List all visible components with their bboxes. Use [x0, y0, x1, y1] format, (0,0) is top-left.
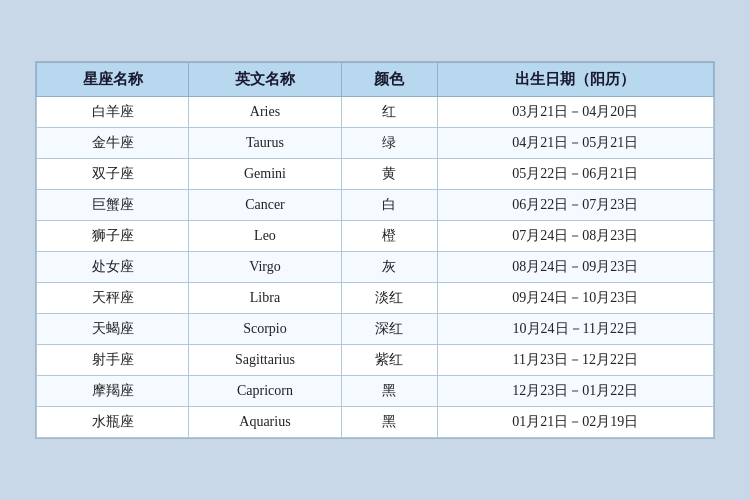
- cell-english: Leo: [189, 221, 341, 252]
- cell-color: 橙: [341, 221, 437, 252]
- table-row: 天秤座Libra淡红09月24日－10月23日: [37, 283, 714, 314]
- table-row: 摩羯座Capricorn黑12月23日－01月22日: [37, 376, 714, 407]
- table-header-row: 星座名称 英文名称 颜色 出生日期（阳历）: [37, 63, 714, 97]
- cell-chinese: 白羊座: [37, 97, 189, 128]
- col-header-english: 英文名称: [189, 63, 341, 97]
- cell-dates: 11月23日－12月22日: [437, 345, 713, 376]
- cell-english: Libra: [189, 283, 341, 314]
- cell-color: 绿: [341, 128, 437, 159]
- cell-english: Sagittarius: [189, 345, 341, 376]
- table-row: 狮子座Leo橙07月24日－08月23日: [37, 221, 714, 252]
- table-row: 射手座Sagittarius紫红11月23日－12月22日: [37, 345, 714, 376]
- cell-english: Virgo: [189, 252, 341, 283]
- cell-color: 黑: [341, 407, 437, 438]
- cell-color: 淡红: [341, 283, 437, 314]
- cell-english: Scorpio: [189, 314, 341, 345]
- table-row: 金牛座Taurus绿04月21日－05月21日: [37, 128, 714, 159]
- cell-dates: 03月21日－04月20日: [437, 97, 713, 128]
- col-header-chinese: 星座名称: [37, 63, 189, 97]
- table-row: 双子座Gemini黄05月22日－06月21日: [37, 159, 714, 190]
- cell-color: 灰: [341, 252, 437, 283]
- cell-chinese: 射手座: [37, 345, 189, 376]
- zodiac-table: 星座名称 英文名称 颜色 出生日期（阳历） 白羊座Aries红03月21日－04…: [36, 62, 714, 438]
- table-row: 水瓶座Aquarius黑01月21日－02月19日: [37, 407, 714, 438]
- cell-color: 白: [341, 190, 437, 221]
- table-row: 天蝎座Scorpio深红10月24日－11月22日: [37, 314, 714, 345]
- cell-color: 黑: [341, 376, 437, 407]
- cell-english: Aquarius: [189, 407, 341, 438]
- table-row: 处女座Virgo灰08月24日－09月23日: [37, 252, 714, 283]
- cell-chinese: 双子座: [37, 159, 189, 190]
- table-row: 白羊座Aries红03月21日－04月20日: [37, 97, 714, 128]
- cell-dates: 01月21日－02月19日: [437, 407, 713, 438]
- col-header-color: 颜色: [341, 63, 437, 97]
- cell-chinese: 狮子座: [37, 221, 189, 252]
- cell-english: Capricorn: [189, 376, 341, 407]
- cell-english: Gemini: [189, 159, 341, 190]
- table-row: 巨蟹座Cancer白06月22日－07月23日: [37, 190, 714, 221]
- cell-color: 深红: [341, 314, 437, 345]
- cell-color: 黄: [341, 159, 437, 190]
- cell-chinese: 天蝎座: [37, 314, 189, 345]
- cell-dates: 06月22日－07月23日: [437, 190, 713, 221]
- cell-dates: 09月24日－10月23日: [437, 283, 713, 314]
- cell-dates: 04月21日－05月21日: [437, 128, 713, 159]
- cell-dates: 08月24日－09月23日: [437, 252, 713, 283]
- cell-chinese: 巨蟹座: [37, 190, 189, 221]
- cell-chinese: 水瓶座: [37, 407, 189, 438]
- cell-dates: 07月24日－08月23日: [437, 221, 713, 252]
- cell-color: 红: [341, 97, 437, 128]
- cell-english: Taurus: [189, 128, 341, 159]
- cell-dates: 10月24日－11月22日: [437, 314, 713, 345]
- cell-dates: 12月23日－01月22日: [437, 376, 713, 407]
- cell-chinese: 摩羯座: [37, 376, 189, 407]
- zodiac-table-container: 星座名称 英文名称 颜色 出生日期（阳历） 白羊座Aries红03月21日－04…: [35, 61, 715, 439]
- col-header-dates: 出生日期（阳历）: [437, 63, 713, 97]
- table-body: 白羊座Aries红03月21日－04月20日金牛座Taurus绿04月21日－0…: [37, 97, 714, 438]
- cell-english: Cancer: [189, 190, 341, 221]
- cell-chinese: 处女座: [37, 252, 189, 283]
- cell-chinese: 天秤座: [37, 283, 189, 314]
- cell-chinese: 金牛座: [37, 128, 189, 159]
- cell-color: 紫红: [341, 345, 437, 376]
- cell-dates: 05月22日－06月21日: [437, 159, 713, 190]
- cell-english: Aries: [189, 97, 341, 128]
